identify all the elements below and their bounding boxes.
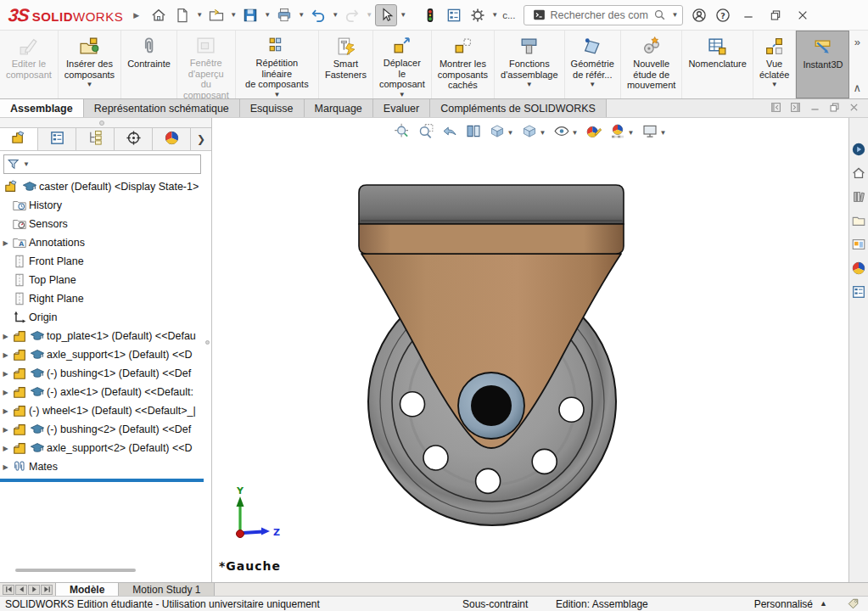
- expand-arrow-icon[interactable]: ▶: [0, 426, 11, 434]
- tree-item[interactable]: ▶(-) wheel<1> (Default) <<Default>_|: [0, 401, 211, 420]
- search-dropdown-icon[interactable]: ▼: [670, 11, 679, 19]
- expand-arrow-icon[interactable]: ▶: [0, 351, 11, 359]
- command-search[interactable]: ▼: [524, 5, 683, 25]
- ribbon-instant3d-button[interactable]: Instant3D: [796, 31, 849, 98]
- ribbon-reference-geometry-button[interactable]: Géométrie de référ...▼: [565, 31, 621, 98]
- select-cursor-dropdown-icon[interactable]: ▼: [399, 11, 407, 19]
- minimize-button[interactable]: [737, 4, 759, 26]
- zoom-fit-button[interactable]: [392, 121, 413, 145]
- tree-item[interactable]: caster (Default) <Display State-1>: [0, 177, 211, 196]
- hide-show-items-button[interactable]: ▼: [552, 121, 581, 145]
- expand-arrow-icon[interactable]: ▶: [0, 239, 11, 247]
- task-pane-view-palette-tab[interactable]: [850, 237, 868, 255]
- previous-view-button[interactable]: [440, 121, 461, 145]
- save-dropdown-icon[interactable]: ▼: [263, 11, 272, 19]
- tab-repr-sentation-sch-matique[interactable]: Représentation schématique: [84, 99, 240, 117]
- settings-dropdown-icon[interactable]: ▼: [490, 11, 499, 19]
- undo-dropdown-icon[interactable]: ▼: [331, 11, 339, 19]
- tree-item[interactable]: History: [0, 196, 211, 215]
- tab-assemblage[interactable]: Assemblage: [0, 99, 84, 117]
- help-icon[interactable]: ?: [712, 4, 734, 26]
- tab-esquisse[interactable]: Esquisse: [240, 99, 305, 117]
- panel-splitter-handle[interactable]: [205, 340, 210, 345]
- task-pane-custom-properties-tab[interactable]: [850, 284, 868, 302]
- tree-item[interactable]: ▶AAnnotations: [0, 233, 211, 252]
- task-pane-file-explorer-tab[interactable]: [850, 213, 868, 231]
- menu-overflow-text[interactable]: c...: [502, 10, 515, 20]
- performance-traffic-light-icon[interactable]: [419, 4, 441, 26]
- expand-arrow-icon[interactable]: ▶: [0, 463, 11, 471]
- edit-appearance-button[interactable]: [584, 121, 605, 145]
- search-icon[interactable]: [648, 4, 670, 26]
- panel-collapse-handle[interactable]: [0, 118, 211, 127]
- new-document-dropdown-icon[interactable]: ▼: [195, 11, 204, 19]
- close-button[interactable]: [792, 4, 814, 26]
- previous-study-button[interactable]: [15, 585, 27, 595]
- ribbon-dropdown-icon[interactable]: ▼: [273, 91, 280, 98]
- panel-tab-configurationmanager[interactable]: [76, 128, 115, 150]
- tab-marquage[interactable]: Marquage: [305, 99, 373, 117]
- tree-item[interactable]: ▶top_plate<1> (Default) <<Defau: [0, 327, 211, 345]
- panel-tab-featuremanager[interactable]: [0, 128, 38, 150]
- expand-arrow-icon[interactable]: ▶: [0, 445, 11, 452]
- first-study-button[interactable]: [3, 585, 14, 595]
- tree-item[interactable]: Front Plane: [0, 252, 211, 271]
- tree-item[interactable]: ▶(-) bushing<2> (Default) <<Def: [0, 420, 211, 439]
- ribbon-dropdown-icon[interactable]: ▼: [526, 81, 533, 88]
- panel-tab-propertymanager[interactable]: [38, 128, 76, 150]
- dock-right-icon[interactable]: [790, 101, 801, 116]
- view-settings-dropdown-icon[interactable]: ▼: [659, 129, 668, 137]
- redo-icon[interactable]: [341, 4, 363, 26]
- ribbon-bom-button[interactable]: Nomenclature: [682, 31, 753, 98]
- units-selector[interactable]: Personnalisé: [754, 598, 813, 610]
- search-input[interactable]: [550, 9, 648, 21]
- document-minimize-button[interactable]: [809, 101, 820, 116]
- view-orientation-dropdown-icon[interactable]: ▼: [507, 129, 515, 137]
- view-settings-button[interactable]: ▼: [640, 121, 669, 145]
- tag-icon[interactable]: [847, 597, 860, 611]
- redo-dropdown-icon[interactable]: ▼: [365, 11, 373, 19]
- top-plate-part[interactable]: [359, 185, 624, 224]
- section-view-button[interactable]: [463, 121, 484, 145]
- print-dropdown-icon[interactable]: ▼: [297, 11, 305, 19]
- apply-scene-dropdown-icon[interactable]: ▼: [627, 129, 636, 137]
- ribbon-insert-components-button[interactable]: Insérer des composants▼: [59, 31, 121, 98]
- ribbon-dropdown-icon[interactable]: ▼: [87, 81, 93, 88]
- dock-left-icon[interactable]: [770, 101, 781, 116]
- tree-item[interactable]: ▶Mates: [0, 457, 211, 476]
- display-style-dropdown-icon[interactable]: ▼: [539, 129, 547, 137]
- account-icon[interactable]: [688, 4, 710, 26]
- task-pane-design-library-tab[interactable]: [850, 189, 868, 207]
- document-restore-button[interactable]: [829, 101, 840, 116]
- tab-compl-ments-de-solidworks[interactable]: Compléments de SOLIDWORKS: [430, 99, 607, 117]
- task-pane-resources-tab[interactable]: [850, 142, 868, 160]
- ribbon-dropdown-icon[interactable]: ▼: [771, 81, 778, 88]
- expand-arrow-icon[interactable]: ▶: [0, 333, 11, 340]
- new-document-icon[interactable]: [171, 4, 193, 26]
- open-dropdown-icon[interactable]: ▼: [229, 11, 238, 19]
- tab-mod-le[interactable]: Modèle: [55, 583, 119, 596]
- tree-item[interactable]: Sensors: [0, 215, 211, 233]
- panel-tab-dimxpertmanager[interactable]: [115, 128, 153, 150]
- expand-arrow-icon[interactable]: ▶: [0, 370, 11, 378]
- restore-button[interactable]: [764, 4, 787, 26]
- next-study-button[interactable]: [28, 585, 40, 595]
- ribbon-mate-button[interactable]: Contrainte: [121, 31, 177, 98]
- panel-tab-displaymanager[interactable]: [153, 128, 191, 150]
- apply-scene-button[interactable]: ▼: [608, 121, 637, 145]
- save-icon[interactable]: [239, 4, 261, 26]
- print-icon[interactable]: [273, 4, 295, 26]
- ribbon-dropdown-icon[interactable]: ▼: [589, 81, 596, 88]
- ribbon-move-component-button[interactable]: Déplacer le composant▼: [373, 31, 432, 98]
- task-pane-home-tab-tab[interactable]: [850, 165, 868, 183]
- ribbon-show-hidden-button[interactable]: Montrer les composants cachés: [432, 31, 495, 98]
- caster-assembly-model[interactable]: Y Z: [212, 118, 848, 582]
- zoom-area-button[interactable]: [416, 121, 437, 145]
- tree-item[interactable]: Top Plane: [0, 271, 211, 289]
- tree-item[interactable]: ▶axle_support<2> (Default) <<D: [0, 439, 211, 457]
- tab-motion-study-1[interactable]: Motion Study 1: [119, 583, 215, 596]
- ribbon-linear-pattern-button[interactable]: Répétition linéaire de composants▼: [236, 31, 319, 98]
- ribbon-motion-study-button[interactable]: Nouvelle étude de mouvement: [621, 31, 682, 98]
- settings-gear-icon[interactable]: [467, 4, 489, 26]
- ribbon-more-icon[interactable]: »: [853, 37, 861, 48]
